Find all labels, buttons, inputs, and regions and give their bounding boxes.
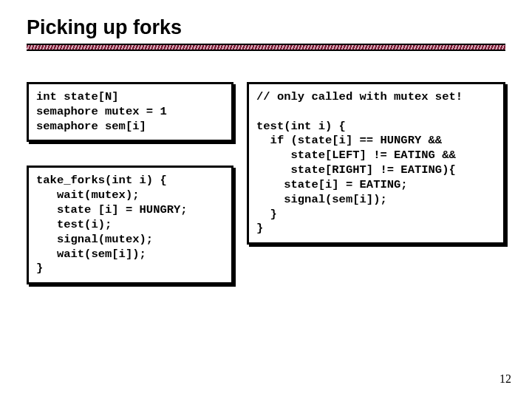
title-divider <box>27 44 505 51</box>
content-columns: int state[N] semaphore mutex = 1 semapho… <box>27 82 505 284</box>
code-test: // only called with mutex set! test(int … <box>247 82 505 245</box>
left-column: int state[N] semaphore mutex = 1 semapho… <box>27 82 233 284</box>
right-column: // only called with mutex set! test(int … <box>247 82 505 245</box>
page-number: 12 <box>499 372 511 386</box>
slide: Picking up forks int state[N] semaphore … <box>0 0 532 284</box>
code-take-forks: take_forks(int i) { wait(mutex); state [… <box>27 166 233 284</box>
slide-title: Picking up forks <box>27 16 505 39</box>
code-declarations: int state[N] semaphore mutex = 1 semapho… <box>27 82 233 142</box>
